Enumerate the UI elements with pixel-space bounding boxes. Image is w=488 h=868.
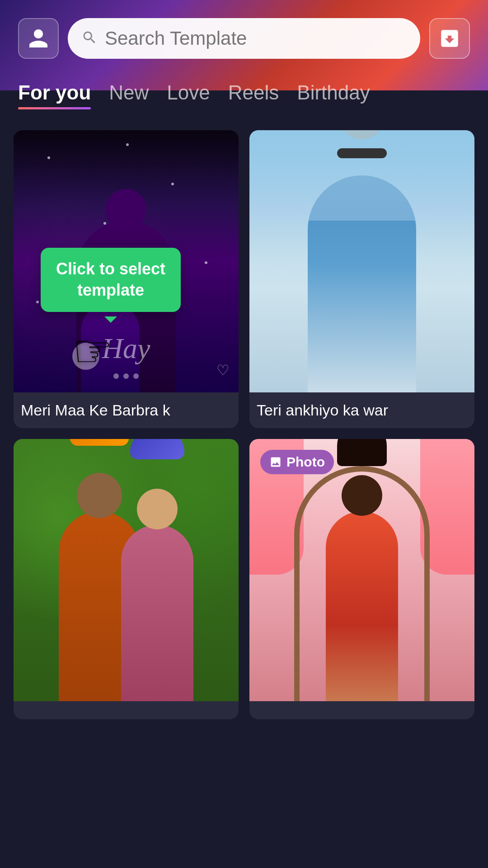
template-card-2[interactable]: Teri ankhiyo ka war	[249, 130, 474, 428]
card-title-3	[14, 701, 239, 719]
tab-birthday[interactable]: Birthday	[297, 81, 370, 108]
sunglasses	[337, 148, 387, 158]
card-image-4: Photo	[249, 439, 474, 701]
dot-1	[113, 373, 119, 379]
mother-head	[106, 189, 146, 230]
woman2-body	[326, 511, 398, 701]
card-title-1: Meri Maa Ke Barbra k	[14, 392, 239, 428]
hand-cursor-icon: ☞	[72, 325, 113, 377]
woman2-hair	[337, 439, 387, 466]
photo-badge-icon	[269, 456, 282, 468]
search-bar	[68, 18, 420, 59]
tab-for-you[interactable]: For you	[18, 81, 91, 108]
tab-love[interactable]: Love	[167, 81, 210, 108]
pagination-dots	[113, 373, 139, 379]
search-icon	[81, 29, 98, 47]
content-area: Click to select template ☞ Hay ♡ Meri Ma…	[0, 121, 488, 844]
card-image-3	[14, 439, 239, 701]
template-card-1[interactable]: Click to select template ☞ Hay ♡ Meri Ma…	[14, 130, 239, 428]
heart-icon[interactable]: ♡	[216, 362, 230, 379]
woman-figure	[121, 525, 193, 701]
card-title-4	[249, 701, 474, 719]
tab-reels[interactable]: Reels	[228, 81, 279, 108]
card-title-2: Teri ankhiyo ka war	[249, 392, 474, 428]
template-card-3[interactable]	[14, 439, 239, 719]
couple-group	[14, 439, 239, 701]
woman2-group	[249, 439, 474, 701]
search-input[interactable]	[105, 28, 407, 49]
tooltip-bubble[interactable]: Click to select template	[41, 248, 181, 312]
photo-badge-label: Photo	[286, 454, 325, 470]
avatar-button[interactable]	[18, 18, 59, 59]
tabs-container: For you New Love Reels Birthday	[0, 72, 488, 121]
man-head	[77, 473, 122, 518]
card-image-1: Click to select template ☞ Hay ♡	[14, 130, 239, 392]
template-grid: Click to select template ☞ Hay ♡ Meri Ma…	[14, 130, 474, 719]
header	[0, 0, 488, 72]
template-card-4[interactable]: Photo	[249, 439, 474, 719]
card-image-2	[249, 130, 474, 392]
dot-2	[123, 373, 129, 379]
photo-badge: Photo	[260, 450, 334, 474]
woman-turban	[130, 439, 184, 459]
man-turban	[70, 439, 129, 446]
woman-head	[137, 489, 178, 529]
tab-new[interactable]: New	[109, 81, 149, 108]
woman2-head	[342, 475, 382, 516]
dot-3	[133, 373, 139, 379]
download-button[interactable]	[429, 18, 470, 59]
sky-bg	[249, 130, 474, 221]
